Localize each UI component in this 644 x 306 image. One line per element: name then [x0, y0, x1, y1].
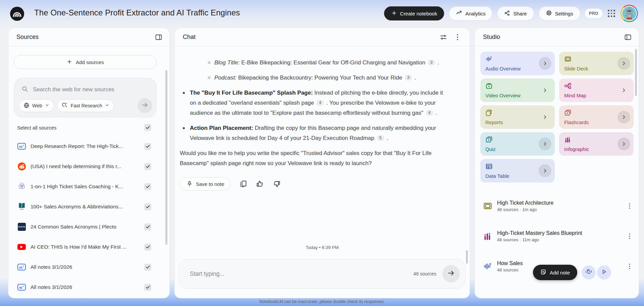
- web-filter-dropdown[interactable]: Web: [19, 99, 54, 112]
- studio-tile-video-overview[interactable]: Video Overview: [480, 79, 555, 102]
- chat-scrollbar[interactable]: [466, 250, 468, 264]
- source-checkbox[interactable]: [144, 163, 151, 170]
- citation-badge[interactable]: 4: [426, 110, 433, 116]
- citation-badge[interactable]: 3: [428, 60, 435, 65]
- item-more-menu-icon[interactable]: [626, 202, 633, 210]
- save-to-note-button[interactable]: Save to note: [180, 177, 230, 191]
- send-message-button[interactable]: [442, 265, 460, 283]
- studio-tile-label: Flashcards: [564, 119, 589, 125]
- interactive-mode-button[interactable]: [582, 265, 596, 279]
- citation-badge[interactable]: 5: [377, 135, 384, 141]
- source-row[interactable]: m+All notes 3/1/2026: [8, 257, 169, 277]
- source-checkbox[interactable]: [144, 264, 151, 271]
- analytics-button[interactable]: Analytics: [449, 6, 492, 20]
- share-button[interactable]: Share: [497, 6, 534, 20]
- expand-panel-icon[interactable]: [624, 33, 632, 41]
- chevron-right-icon: [542, 88, 548, 93]
- source-row[interactable]: 1-on-1 High Ticket Sales Coaching - K...: [8, 176, 169, 197]
- search-web-input[interactable]: [33, 86, 140, 93]
- chevron-right-icon[interactable]: [539, 138, 551, 150]
- add-sources-button[interactable]: Add sources: [14, 55, 157, 69]
- sparkle-search-icon: [62, 102, 68, 109]
- bullet-marker-icon: [208, 76, 210, 79]
- source-checkbox[interactable]: [144, 284, 151, 291]
- chat-text-run: .: [385, 135, 388, 141]
- add-note-button[interactable]: Add note: [533, 265, 577, 280]
- studio-tile-quiz[interactable]: ?Quiz: [480, 132, 555, 156]
- infographic-icon: [483, 232, 492, 241]
- source-checkbox[interactable]: [144, 203, 151, 210]
- chevron-right-icon[interactable]: [539, 57, 551, 70]
- search-icon: [21, 86, 28, 94]
- source-title: All notes 3/1/2026: [31, 284, 141, 290]
- avatar[interactable]: [621, 5, 638, 22]
- submit-search-button[interactable]: [138, 98, 152, 113]
- studio-item-title: High-Ticket Mastery Sales Blueprint: [497, 230, 626, 236]
- item-more-menu-icon[interactable]: [626, 233, 633, 240]
- source-checkbox[interactable]: [144, 183, 151, 190]
- chevron-right-icon[interactable]: [618, 57, 630, 70]
- studio-tile-reports[interactable]: Reports: [480, 105, 555, 129]
- create-notebook-button[interactable]: Create notebook: [384, 6, 444, 20]
- chat-text-run: Bikepacking the Backcountry: Powering Yo…: [236, 74, 404, 81]
- source-row[interactable]: PLECTO24 Common Sales Acronyms | Plecto: [8, 217, 169, 237]
- studio-tile-label: Slide Deck: [564, 66, 588, 71]
- studio-tile-slide-deck[interactable]: Slide Deck: [559, 52, 634, 75]
- studio-scrollbar[interactable]: [635, 49, 637, 96]
- notebooklm-logo-icon[interactable]: [10, 7, 24, 21]
- pin-icon: [186, 181, 193, 187]
- chat-more-menu-icon[interactable]: [453, 33, 462, 41]
- source-row[interactable]: 100+ Sales Acronyms & Abbreviations...: [8, 197, 169, 217]
- message-actions: Save to note: [180, 177, 470, 191]
- studio-tile-label: Audio Overview: [485, 66, 521, 71]
- citation-badge[interactable]: 3: [405, 75, 412, 81]
- chat-text-run: .: [436, 59, 439, 66]
- reports-icon: [485, 109, 493, 116]
- studio-item-row[interactable]: High-Ticket Mastery Sales Blueprint48 so…: [475, 225, 639, 247]
- sources-scrollbar[interactable]: [165, 70, 167, 245]
- thumbs-down-icon[interactable]: [273, 180, 281, 188]
- studio-tile-flashcards[interactable]: Flashcards: [559, 105, 634, 129]
- chat-settings-icon[interactable]: [439, 33, 447, 41]
- studio-tile-label: Data Table: [485, 173, 509, 179]
- chevron-right-icon[interactable]: [539, 111, 551, 123]
- google-apps-icon[interactable]: [607, 9, 616, 18]
- source-title: (USA) I need help determining if this r.…: [31, 163, 141, 169]
- studio-tile-mind-map[interactable]: Mind Map: [559, 79, 634, 102]
- citation-badge[interactable]: 4: [317, 100, 324, 106]
- mindmap-icon: [564, 82, 572, 90]
- play-audio-button[interactable]: [597, 265, 611, 279]
- chat-messages: Blog Title: E-Bike Bikepacking: Essentia…: [175, 46, 470, 221]
- source-row[interactable]: m+Deep Research Report: The High-Tick...: [8, 136, 169, 156]
- select-all-checkbox[interactable]: [144, 124, 151, 131]
- source-checkbox[interactable]: [144, 223, 151, 231]
- collapse-panel-icon[interactable]: [155, 33, 163, 41]
- slide-icon: [483, 201, 492, 211]
- item-more-menu-icon[interactable]: [626, 263, 633, 270]
- studio-item-row[interactable]: High Ticket Architecture48 sources · 1m …: [475, 195, 639, 217]
- chat-text-run: Action Plan Placement:: [190, 125, 253, 131]
- chevron-right-icon[interactable]: [618, 84, 630, 97]
- settings-button[interactable]: Settings: [539, 6, 580, 20]
- source-row[interactable]: (USA) I need help determining if this r.…: [8, 156, 169, 176]
- chevron-right-icon[interactable]: [618, 138, 630, 150]
- thumbs-up-icon[interactable]: [256, 180, 264, 188]
- studio-tile-audio-overview[interactable]: Audio Overview: [480, 52, 555, 75]
- studio-tiles: Audio OverviewSlide DeckVideo OverviewMi…: [480, 52, 634, 183]
- copy-icon[interactable]: [239, 180, 247, 188]
- arrow-right-icon: [141, 101, 149, 110]
- source-checkbox[interactable]: [144, 143, 151, 150]
- studio-tile-infographic[interactable]: Infographic: [559, 132, 634, 156]
- youtube-icon: [17, 244, 26, 250]
- chat-bullet-item: Podcast: Bikepacking the Backcountry: Po…: [180, 73, 449, 83]
- research-mode-dropdown[interactable]: Fast Research: [57, 99, 114, 112]
- studio-tile-data-table[interactable]: Data Table: [480, 159, 555, 183]
- chat-text-input[interactable]: [190, 270, 414, 277]
- source-row[interactable]: m+All notes 3/1/2026: [8, 277, 169, 295]
- source-row[interactable]: AI CEO: THIS is How I'd Make My First ..…: [8, 237, 169, 257]
- chevron-right-icon[interactable]: [539, 164, 551, 177]
- chevron-right-icon[interactable]: [618, 111, 630, 123]
- chevron-right-icon[interactable]: [539, 84, 551, 97]
- notebook-title[interactable]: The One-Sentence Profit Extractor and AI…: [34, 8, 240, 17]
- source-checkbox[interactable]: [144, 244, 151, 251]
